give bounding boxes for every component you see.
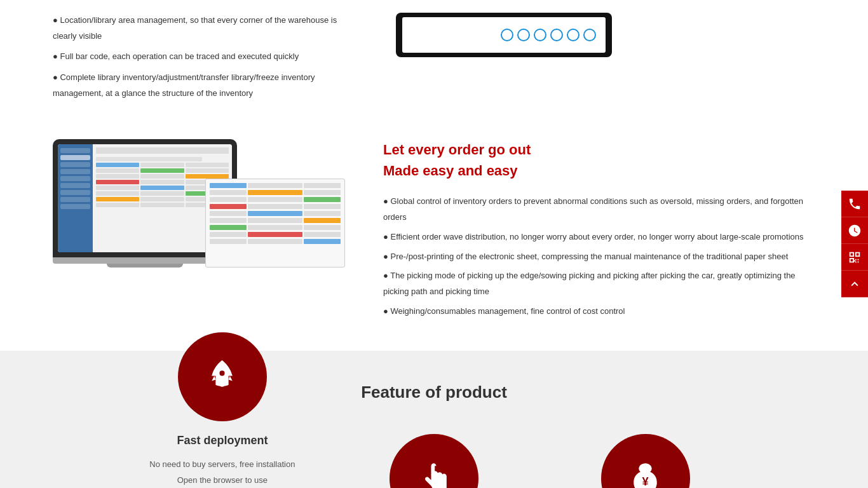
feature-card-low-threshold: ¥ Low usage threshold Low usage threshol… [557,434,735,488]
arrow-up-icon [848,277,862,291]
qr-code-icon [848,250,862,264]
right-sidebar [841,191,868,297]
top-left-text: ● Location/library area management, so t… [53,13,345,101]
mid-bullet-5: ● Weighing/consumables management, fine … [383,304,815,320]
middle-bullet-list: ● Global control of inventory orders to … [383,194,815,319]
table-overlay [205,179,345,268]
bullet-1: ● Location/library area management, so t… [53,13,345,44]
mid-bullet-1: ● Global control of inventory orders to … [383,194,815,225]
low-threshold-icon-circle: ¥ [601,434,690,488]
screen-dot-3 [534,29,546,41]
clock-button[interactable] [841,217,868,244]
fast-deployment-icon-bg [178,332,267,421]
mid-bullet-4: ● The picking mode of picking up the edg… [383,268,815,299]
easy-to-use-icon-circle [390,434,478,488]
mid-bullet-3: ● Pre-/post-printing of the electronic s… [383,249,815,265]
screen-table-row [96,163,229,167]
screen-dot-2 [517,29,530,41]
fast-dep-desc-2: Open the browser to use [133,473,311,488]
right-text: Let every order go out Made easy and eas… [383,139,815,319]
scroll-to-top-button[interactable] [841,271,868,297]
sidebar-item [60,190,90,195]
screen-row [96,157,202,161]
screen-dot-4 [550,29,563,41]
screen-table-row [96,168,229,173]
sidebar-item [60,148,90,153]
phone-button[interactable] [841,191,868,217]
sidebar-item [60,162,90,167]
mid-bullet-2: ● Efficient order wave distribution, no … [383,229,815,245]
screen-dot-5 [567,29,580,41]
page-wrapper: ● Location/library area management, so t… [0,0,868,488]
feature-cards-container: Fast deployment No need to buy servers, … [53,434,815,488]
screen-dot-6 [583,29,596,41]
overlay-content [210,183,341,244]
section-title: Let every order go out Made easy and eas… [383,139,815,181]
tablet-mockup-container [383,13,625,57]
sidebar-item [60,183,90,188]
svg-point-0 [219,370,226,376]
screen-dot-1 [501,29,513,41]
fast-deployment-title: Fast deployment [177,434,268,447]
rocket-icon [201,356,243,398]
sidebar-item [60,197,90,202]
screen-sidebar [58,144,93,252]
bullet-2: ● Full bar code, each operation can be t… [53,49,345,65]
tablet-mockup [396,13,612,57]
middle-section: Let every order go out Made easy and eas… [0,126,868,351]
tablet-screen [402,17,606,53]
title-line-1: Let every order go out [383,139,815,160]
svg-text:¥: ¥ [642,474,649,487]
clock-icon [848,224,862,238]
fast-deployment-desc: No need to buy servers, free installatio… [133,457,311,488]
laptop-foot [107,264,183,268]
feature-card-fast-deployment: Fast deployment No need to buy servers, … [133,434,311,488]
feature-section-title: Feature of product [0,383,868,402]
top-white-section: ● Location/library area management, so t… [0,0,868,126]
feature-card-easy-to-use: Easy to use Self-service implementation,… [362,434,506,488]
money-bag-icon: ¥ [625,458,666,488]
sidebar-item [60,204,90,209]
bullet-3: ● Complete library inventory/adjustment/… [53,70,345,101]
laptop-visual [53,139,345,268]
qr-code-button[interactable] [841,244,868,271]
hand-pointer-icon [413,458,454,488]
sidebar-item [60,155,90,160]
fast-dep-desc-1: No need to buy servers, free installatio… [133,457,311,473]
sidebar-item [60,176,90,181]
feature-section: Feature of product [0,351,868,488]
title-line-2: Made easy and easy [383,160,815,181]
sidebar-item [60,169,90,174]
screen-header-bar [96,147,229,154]
phone-icon [848,197,862,211]
screen-table-row [96,174,229,179]
